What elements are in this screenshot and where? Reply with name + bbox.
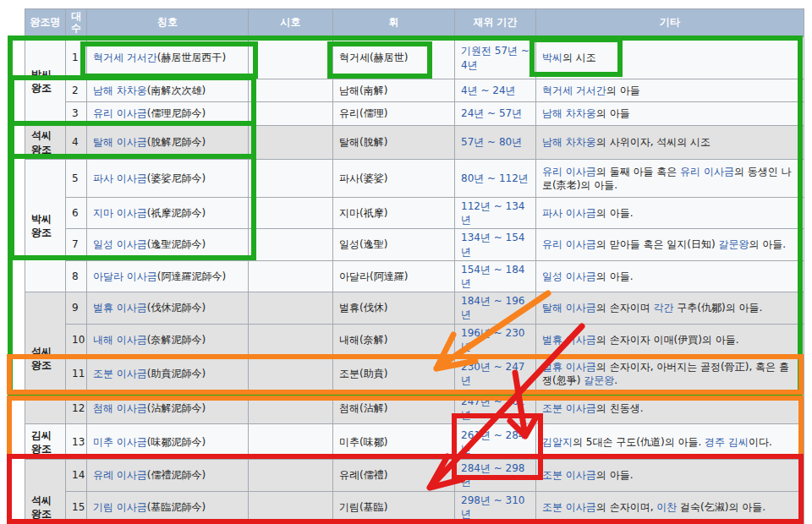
- notes-text: 의 손자이며,: [596, 501, 656, 513]
- posthumous-name-cell: [249, 79, 333, 102]
- notes-link[interactable]: 유리 이사금: [680, 166, 734, 177]
- table-row: 12첨해 이사금(沾解泥師今)첨해(沾解)247년 ~ 261년조분 이사금의 …: [25, 392, 804, 423]
- reign-period-cell: 247년 ~ 261년: [455, 392, 536, 423]
- reign-period-link[interactable]: 134년 ~ 154년: [461, 232, 525, 257]
- reign-period-link[interactable]: 261년 ~ 284년: [461, 429, 525, 455]
- reign-period-link[interactable]: 80년 ~ 112년: [461, 172, 529, 184]
- king-title-link[interactable]: 내해 이사금: [93, 334, 147, 346]
- notes-link[interactable]: 갈문왕: [718, 238, 749, 250]
- posthumous-name-cell: [249, 229, 333, 260]
- king-title-link[interactable]: 유례 이사금: [93, 469, 147, 481]
- king-title-link[interactable]: 기림 이사금: [93, 501, 147, 513]
- given-name-cell: 아달라(阿達羅): [333, 260, 455, 292]
- notes-text: 의 손자이며: [596, 302, 654, 314]
- order-cell: 5: [66, 160, 87, 198]
- king-title-link[interactable]: 조분 이사금: [93, 368, 147, 379]
- reign-period-link[interactable]: 298년 ~ 310년: [461, 494, 525, 520]
- notes-cell: 유리 이사금의 둘째 아들 혹은 유리 이사금의 동생인 나로(柰老)의 아들.: [536, 160, 804, 198]
- title-cell: 아달라 이사금(阿達羅泥師今): [87, 260, 249, 292]
- notes-link[interactable]: 경주 김씨: [705, 436, 749, 448]
- order-cell: 8: [66, 260, 87, 292]
- notes-cell: 조분 이사금의 손자이며, 이찬 걸숙(乞淑)의 아들.: [536, 491, 804, 522]
- notes-link[interactable]: 각간: [653, 302, 673, 314]
- notes-text: 의 아들.: [596, 207, 634, 219]
- king-title-link[interactable]: 남해 차차웅: [93, 85, 147, 96]
- notes-text: 이다.: [749, 436, 772, 448]
- king-title-link[interactable]: 미추 이사금: [93, 436, 147, 448]
- table-row: 6지마 이사금(祇摩泥師今)지마(祇摩)112년 ~ 134년파사 이사금의 아…: [25, 198, 804, 229]
- king-title-link[interactable]: 지마 이사금: [93, 207, 147, 219]
- king-title-link[interactable]: 첨해 이사금: [93, 402, 147, 414]
- reign-period-link[interactable]: 284년 ~ 298년: [461, 462, 525, 488]
- notes-link[interactable]: 김알지: [542, 436, 573, 448]
- notes-text: 의 친동생.: [596, 402, 644, 414]
- order-cell: 1: [66, 37, 87, 79]
- notes-link[interactable]: 남해 차차웅: [542, 107, 596, 119]
- title-cell: 유리 이사금(儒理尼師今): [87, 102, 249, 126]
- king-title-link[interactable]: 아달라 이사금: [93, 270, 157, 282]
- table-row: 김씨 왕조13미추 이사금(味鄒泥師今)미추(味鄒)261년 ~ 284년김알지…: [25, 424, 804, 460]
- table-row: 8아달라 이사금(阿達羅泥師今)아달라(阿達羅)154년 ~ 184년일성 이사…: [25, 260, 804, 292]
- reign-period-link[interactable]: 154년 ~ 184년: [461, 264, 525, 289]
- order-cell: 10: [66, 324, 87, 355]
- notes-link[interactable]: 혁거세 거서간: [542, 85, 606, 96]
- column-header-2: 칭호: [87, 9, 249, 37]
- table-row: 3유리 이사금(儒理尼師今)유리(儒理)24년 ~ 57년남해 차차웅의 아들: [25, 102, 804, 126]
- notes-link[interactable]: 일성 이사금: [542, 270, 596, 282]
- king-title-link[interactable]: 벌휴 이사금: [93, 302, 147, 314]
- king-title-link[interactable]: 유리 이사금: [93, 107, 147, 119]
- posthumous-name-cell: [249, 324, 333, 355]
- title-cell: 기림 이사금(基臨泥師今): [87, 491, 249, 522]
- given-name-cell: 내해(奈解): [333, 324, 455, 355]
- reign-period-link[interactable]: 57년 ~ 80년: [461, 136, 522, 148]
- posthumous-name-cell: [249, 260, 333, 292]
- notes-link[interactable]: 조분 이사금: [542, 402, 596, 414]
- table-row: 2남해 차차웅(南解次次雄)남해(南解)4년 ~ 24년혁거세 거서간의 아들: [25, 79, 804, 102]
- notes-link[interactable]: 유리 이사금: [542, 238, 596, 250]
- column-header-1: 대수: [66, 9, 87, 37]
- reign-period-link[interactable]: 24년 ~ 57년: [461, 107, 522, 119]
- notes-link[interactable]: 벌휴 이사금: [542, 334, 596, 346]
- order-cell: 15: [66, 491, 87, 522]
- notes-link[interactable]: 남해 차차웅: [542, 136, 596, 148]
- posthumous-name-cell: [249, 37, 333, 79]
- order-cell: 13: [66, 424, 87, 460]
- reign-period-link[interactable]: 기원전 57년 ~ 4년: [461, 45, 529, 70]
- notes-cell: 탈해 이사금의 손자이며 각간 구추(仇鄒)의 아들.: [536, 292, 804, 324]
- posthumous-name-cell: [249, 160, 333, 198]
- reign-period-cell: 230년 ~ 247년: [455, 355, 536, 392]
- notes-link[interactable]: 조분 이사금: [542, 501, 596, 513]
- king-title-hanja: (阿達羅泥師今): [157, 270, 226, 282]
- notes-link[interactable]: 유리 이사금: [542, 166, 596, 177]
- notes-link[interactable]: 갈문왕: [584, 374, 614, 386]
- reign-period-cell: 284년 ~ 298년: [455, 460, 536, 491]
- reign-period-cell: 261년 ~ 284년: [455, 424, 536, 460]
- notes-link[interactable]: 박씨: [542, 52, 562, 63]
- king-title-link[interactable]: 파사 이사금: [93, 172, 147, 184]
- reign-period-cell: 24년 ~ 57년: [455, 102, 536, 126]
- reign-period-link[interactable]: 230년 ~ 247년: [461, 361, 525, 386]
- king-title-link[interactable]: 탈해 이사금: [93, 136, 147, 148]
- notes-link[interactable]: 벌휴 이사금: [542, 361, 596, 373]
- king-title-link[interactable]: 일성 이사금: [93, 238, 147, 250]
- reign-period-link[interactable]: 184년 ~ 196년: [461, 295, 525, 320]
- column-header-3: 시호: [249, 9, 333, 37]
- reign-period-link[interactable]: 4년 ~ 24년: [461, 85, 516, 96]
- dynasty-cell: 박씨 왕조: [25, 160, 66, 292]
- notes-text: 의 아들: [606, 85, 640, 96]
- posthumous-name-cell: [249, 424, 333, 460]
- table-row: 석씨 왕조14유례 이사금(儒禮泥師今)유례(儒禮)284년 ~ 298년조분 …: [25, 460, 804, 491]
- king-title-link[interactable]: 혁거세 거서간: [93, 52, 157, 63]
- notes-link[interactable]: 파사 이사금: [542, 207, 596, 219]
- notes-link[interactable]: 이찬: [656, 501, 677, 513]
- reign-period-link[interactable]: 196년 ~ 230년: [461, 327, 525, 352]
- notes-link[interactable]: 조분 이사금: [542, 469, 596, 481]
- reign-period-link[interactable]: 247년 ~ 261년: [461, 396, 525, 421]
- reign-period-link[interactable]: 112년 ~ 134년: [461, 200, 525, 226]
- title-cell: 남해 차차웅(南解次次雄): [87, 79, 249, 102]
- notes-link[interactable]: 탈해 이사금: [542, 302, 596, 314]
- given-name-cell: 탈해(脫解): [333, 126, 455, 160]
- dynasty-cell: 석씨 왕조: [25, 460, 66, 524]
- notes-text: .: [614, 374, 617, 386]
- title-cell: 유례 이사금(儒禮泥師今): [87, 460, 249, 491]
